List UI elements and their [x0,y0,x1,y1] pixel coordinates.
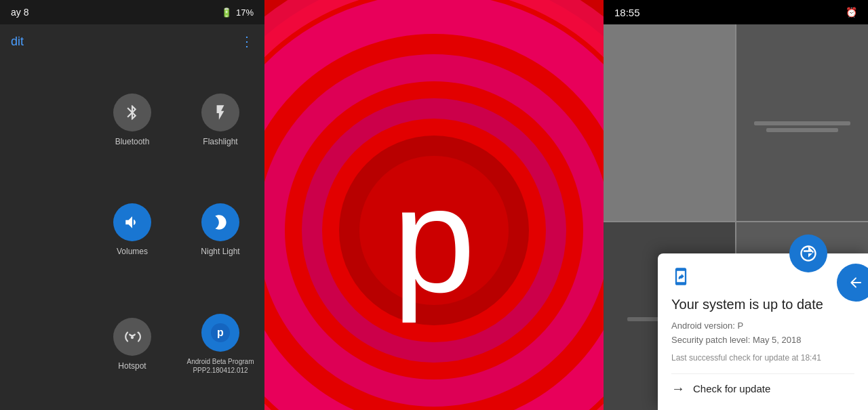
check-for-update-label[interactable]: Check for update [693,383,770,394]
wallpaper-panel: p [264,0,604,410]
qs-tiles-grid: Bluetooth Flashlight Volumes [0,58,264,410]
qs-tile-night-light[interactable]: Night Light [176,175,264,285]
qs-edit-label[interactable]: dit [11,35,24,49]
update-android-version: Android version: P Security patch level:… [671,319,854,348]
check-arrow-icon: → [671,381,685,396]
svg-text:p: p [393,157,475,323]
night-light-icon [201,203,239,241]
quick-settings-panel: ay 8 🔋 17% dit ⋮ Bluetooth [0,0,264,410]
battery-percent: 17% [236,7,254,18]
flashlight-label: Flashlight [203,137,237,146]
flashlight-icon [201,94,239,131]
android-beta-label: Android Beta ProgramPPP2.180412.012 [187,357,254,375]
system-panel: 18:55 ⏰ [604,0,868,410]
android-beta-icon: p [201,314,239,352]
night-light-label: Night Light [201,247,239,256]
qs-tile-android-beta[interactable]: p Android Beta ProgramPPP2.180412.012 [176,285,264,403]
update-phone-icon [671,267,854,290]
sys-status-bar: 18:55 ⏰ [604,0,868,24]
battery-icon: 🔋 [221,7,232,18]
volumes-label: Volumes [117,247,148,256]
sys-status-icons: ⏰ [846,7,857,18]
sys-time: 18:55 [614,7,640,18]
thumb-1 [604,24,735,221]
bluetooth-icon [113,94,151,131]
qs-time: ay 8 [11,7,28,18]
svg-text:p: p [217,327,224,338]
update-title: Your system is up to date [671,297,854,312]
qs-tile-bluetooth[interactable]: Bluetooth [88,65,176,175]
qs-tile-flashlight[interactable]: Flashlight [176,65,264,175]
qs-tile-volumes[interactable]: Volumes [88,175,176,285]
bluetooth-label: Bluetooth [115,137,150,146]
wallpaper-svg: p [264,0,604,410]
qs-status-right: 🔋 17% [221,7,254,18]
system-update-card: Your system is up to date Android versio… [658,253,868,410]
update-last-check: Last successful check for update at 18:4… [671,353,854,363]
qs-header: dit ⋮ [0,24,264,58]
sys-thumbnails: Your system is up to date Android versio… [604,24,868,410]
qs-more-icon[interactable]: ⋮ [240,33,254,49]
qs-tile-hotspot[interactable]: Hotspot [88,285,176,403]
hotspot-label: Hotspot [118,361,146,371]
thumb-2 [736,24,868,221]
qs-status-bar: ay 8 🔋 17% [0,0,264,24]
hotspot-icon [113,318,151,356]
alarm-icon: ⏰ [846,7,857,18]
update-floating-icon [789,234,827,272]
volumes-icon [113,203,151,241]
check-for-update-row[interactable]: → Check for update [671,373,854,396]
